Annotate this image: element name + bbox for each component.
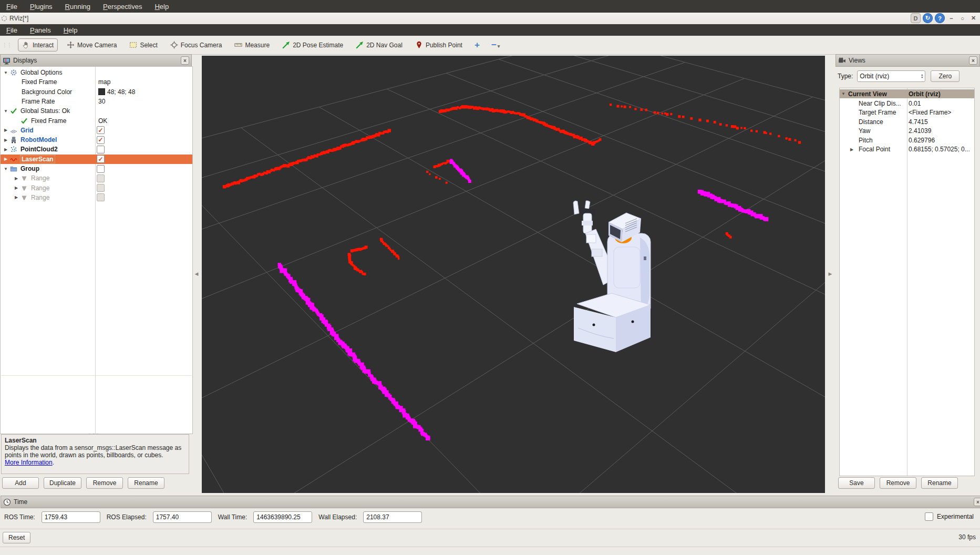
experimental-checkbox[interactable]	[925, 512, 933, 521]
display-row-background-color[interactable]: Background Color48; 48; 48	[1, 87, 192, 97]
views-value[interactable]: 0.01	[909, 100, 921, 107]
tool-measure[interactable]: Measure	[231, 39, 273, 51]
expand-arrow-icon[interactable]: ▶	[13, 186, 19, 190]
enable-checkbox[interactable]	[97, 174, 105, 182]
reset-button[interactable]: Reset	[3, 532, 30, 543]
views-value[interactable]: 2.41039	[909, 127, 931, 135]
views-tree[interactable]: ▼Current ViewOrbit (rviz)Near Clip Dis..…	[839, 88, 975, 476]
menu-help[interactable]: Help	[57, 26, 84, 34]
expand-arrow-icon[interactable]: ▶	[850, 147, 853, 152]
displays-remove-button[interactable]: Remove	[86, 477, 123, 489]
menu-panels[interactable]: Panels	[24, 26, 57, 34]
tool-2d-pose-estimate[interactable]: 2D Pose Estimate	[278, 39, 347, 51]
expand-arrow-icon[interactable]: ▶	[13, 176, 19, 181]
view-type-combobox[interactable]: Orbit (rviz) ▴▾	[857, 70, 925, 82]
views-row-focal-point[interactable]: ▶Focal Point0.68155; 0.57025; 0...	[840, 145, 974, 154]
enable-checkbox[interactable]	[97, 165, 105, 173]
tool-publish-point[interactable]: Publish Point	[411, 39, 466, 51]
displays-panel-header[interactable]: Displays ×	[0, 54, 192, 67]
views-remove-button[interactable]: Remove	[880, 477, 916, 489]
tool-interact[interactable]: Interact	[18, 38, 58, 52]
views-row-distance[interactable]: Distance4.7415	[840, 117, 974, 126]
displays-duplicate-button[interactable]: Duplicate	[44, 477, 81, 489]
enable-checkbox[interactable]	[97, 146, 105, 153]
expand-arrow-icon[interactable]: ▶	[3, 147, 9, 152]
display-row-frame-rate[interactable]: Frame Rate30	[1, 97, 192, 106]
views-value[interactable]: 0.629796	[909, 137, 935, 144]
display-value[interactable]: 48; 48; 48	[98, 88, 135, 96]
toolbar-grip-icon[interactable]: ⋮⋮	[2, 42, 12, 48]
maximize-button[interactable]: ○	[958, 14, 967, 23]
display-row-global-status-ok[interactable]: ▼Global Status: Ok	[1, 106, 192, 116]
enable-checkbox[interactable]: ✓	[97, 126, 105, 134]
spinner-arrows-icon[interactable]: ▴▾	[921, 74, 923, 79]
displays-add-button[interactable]: Add	[2, 477, 39, 489]
expand-arrow-icon[interactable]: ▶	[3, 138, 9, 142]
views-value[interactable]: 4.7415	[909, 118, 928, 126]
views-rename-button[interactable]: Rename	[921, 477, 958, 489]
views-row-pitch[interactable]: Pitch0.629796	[840, 136, 974, 145]
display-row-grid[interactable]: ▶Grid✓	[1, 126, 192, 135]
expand-arrow-icon[interactable]: ▶	[3, 157, 9, 161]
minimize-button[interactable]: −	[947, 14, 956, 23]
enable-checkbox[interactable]	[97, 193, 105, 201]
display-row-group[interactable]: ▼Group	[1, 164, 192, 173]
views-save-button[interactable]: Save	[838, 477, 875, 489]
display-row-laserscan[interactable]: ▶LaserScan✓	[1, 155, 192, 164]
remove-tool-button[interactable]: −▾	[488, 40, 503, 50]
display-row-range[interactable]: ▶Range	[1, 183, 192, 193]
display-value[interactable]: map	[98, 78, 110, 86]
display-row-pointcloud2[interactable]: ▶PointCloud2	[1, 145, 192, 154]
os-menu-help[interactable]: Help	[148, 3, 175, 11]
refresh-button[interactable]: ↻	[923, 13, 933, 23]
collapse-arrow-icon[interactable]: ▼	[3, 70, 9, 75]
enable-checkbox[interactable]: ✓	[97, 155, 105, 163]
input-wall-time-[interactable]	[253, 511, 312, 523]
more-information-link[interactable]: More Information	[5, 459, 53, 466]
expand-arrow-icon[interactable]: ▶	[13, 195, 19, 200]
os-menu-perspectives[interactable]: Perspectives	[97, 3, 148, 11]
enable-checkbox[interactable]	[97, 184, 105, 192]
3d-viewport-canvas[interactable]	[202, 56, 825, 493]
views-close-icon[interactable]: ×	[969, 56, 977, 65]
tool-focus-camera[interactable]: Focus Camera	[167, 39, 226, 51]
display-row-range[interactable]: ▶Range	[1, 193, 192, 202]
displays-rename-button[interactable]: Rename	[128, 477, 164, 489]
displays-tree[interactable]: ▼Global OptionsFixed FramemapBackground …	[0, 66, 193, 434]
collapse-left-panel-button[interactable]: ◀	[193, 269, 200, 279]
display-row-range[interactable]: ▶Range	[1, 173, 192, 183]
time-panel-header[interactable]: Time ×	[1, 496, 980, 508]
3d-viewport[interactable]	[202, 56, 825, 493]
collapse-arrow-icon[interactable]: ▼	[3, 109, 9, 114]
views-row-near-clip-dis-[interactable]: Near Clip Dis...0.01	[840, 99, 974, 108]
views-row-yaw[interactable]: Yaw2.41039	[840, 127, 974, 136]
display-row-robotmodel[interactable]: ▶RobotModel✓	[1, 135, 192, 145]
help-button[interactable]: ?	[935, 13, 945, 23]
views-row-target-frame[interactable]: Target Frame<Fixed Frame>	[840, 108, 974, 117]
input-ros-time-[interactable]	[42, 511, 100, 523]
close-button[interactable]: ✕	[969, 14, 978, 23]
os-menu-file[interactable]: File	[0, 3, 24, 11]
display-row-fixed-frame[interactable]: Fixed Framemap	[1, 77, 192, 87]
views-value[interactable]: 0.68155; 0.57025; 0...	[909, 146, 970, 153]
expand-arrow-icon[interactable]: ▶	[3, 128, 9, 132]
collapse-arrow-icon[interactable]: ▼	[841, 91, 845, 96]
menu-file[interactable]: File	[0, 26, 24, 34]
collapse-arrow-icon[interactable]: ▼	[3, 167, 9, 171]
displays-close-icon[interactable]: ×	[181, 56, 189, 65]
views-row-current-view[interactable]: ▼Current ViewOrbit (rviz)	[840, 89, 974, 98]
os-menu-running[interactable]: Running	[59, 3, 97, 11]
input-wall-elapsed-[interactable]	[363, 511, 422, 523]
tool-2d-nav-goal[interactable]: 2D Nav Goal	[352, 39, 406, 51]
input-ros-elapsed-[interactable]	[153, 511, 212, 523]
collapse-right-panel-button[interactable]: ▶	[827, 269, 833, 279]
os-menu-plugins[interactable]: Plugins	[24, 3, 59, 11]
views-value[interactable]: <Fixed Frame>	[909, 109, 951, 116]
display-row-fixed-frame[interactable]: Fixed FrameOK	[1, 116, 192, 126]
display-row-global-options[interactable]: ▼Global Options	[1, 68, 192, 77]
display-value[interactable]: 30	[98, 98, 105, 105]
tool-move-camera[interactable]: Move Camera	[63, 39, 120, 51]
time-close-icon[interactable]: ×	[974, 498, 980, 506]
app-badge-button[interactable]: D	[911, 13, 921, 23]
add-tool-button[interactable]: +	[471, 40, 483, 50]
